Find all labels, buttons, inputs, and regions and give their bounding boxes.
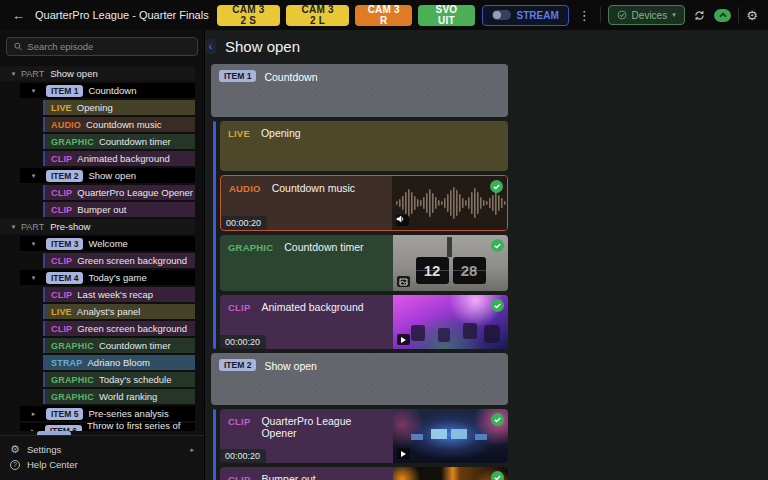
search-input[interactable] bbox=[27, 41, 190, 52]
speaker-icon bbox=[396, 215, 409, 226]
cue-card-header: LIVEOpening bbox=[228, 127, 500, 139]
stream-toggle-button[interactable]: STREAM bbox=[482, 5, 569, 26]
sidebar-cue-row[interactable]: CLIPAnimated background bbox=[43, 151, 195, 166]
sidebar-cue-row[interactable]: CLIPBumper out bbox=[43, 202, 195, 217]
cue-card[interactable]: CLIPBumper out bbox=[220, 467, 508, 480]
sidebar-cue-row[interactable]: CLIPGreen screen background bbox=[43, 321, 195, 336]
devices-button[interactable]: Devices ▾ bbox=[608, 5, 685, 25]
cam-source-button[interactable]: SVO UIT bbox=[418, 5, 474, 26]
ready-check-icon bbox=[491, 471, 504, 480]
cue-card[interactable]: AUDIOCountdown music00:00:20 bbox=[220, 175, 508, 231]
cue-card[interactable]: CLIPQuarterPro League Opener00:00:20 bbox=[220, 409, 508, 463]
item-title: Welcome bbox=[88, 238, 127, 249]
duration-badge: 00:00:20 bbox=[220, 449, 266, 463]
sidebar-item-row[interactable]: ▾ITEM 3Welcome bbox=[20, 236, 195, 251]
search-box[interactable] bbox=[6, 37, 198, 56]
sidebar-cue-row[interactable]: LIVEOpening bbox=[43, 100, 195, 115]
cue-title: Countdown timer bbox=[99, 136, 171, 147]
cue-title: Today's schedule bbox=[99, 374, 172, 385]
chevron-down-icon[interactable]: ▾ bbox=[29, 274, 38, 282]
collapse-panel-icon[interactable]: ‹ bbox=[205, 39, 216, 54]
chevron-down-icon: ▾ bbox=[672, 11, 676, 19]
chevron-down-icon[interactable]: ▾ bbox=[29, 172, 38, 180]
gear-icon[interactable]: ⚙ bbox=[746, 9, 758, 22]
cue-title: Last week's recap bbox=[77, 289, 153, 300]
item-title: Throw to first series of the day bbox=[87, 420, 195, 432]
sidebar-item-row[interactable]: ▾ITEM 1Countdown bbox=[20, 83, 195, 98]
sync-icon[interactable] bbox=[692, 6, 708, 24]
cue-card[interactable]: CLIPAnimated background00:00:20 bbox=[220, 295, 508, 349]
sidebar-cue-row[interactable]: AUDIOCountdown music bbox=[43, 117, 195, 132]
cue-card[interactable]: LIVEOpening bbox=[220, 121, 508, 171]
cue-card-content: CLIPAnimated background00:00:20 bbox=[220, 295, 393, 349]
cue-card-list: ITEM 1CountdownLIVEOpeningAUDIOCountdown… bbox=[205, 62, 508, 480]
sidebar-cue-row[interactable]: CLIPQuarterPro League Opener bbox=[43, 185, 195, 200]
clock-right-digits: 28 bbox=[453, 257, 486, 284]
sidebar-cue-row[interactable]: CLIPLast week's recap bbox=[43, 287, 195, 302]
item-card[interactable]: ITEM 1Countdown bbox=[211, 64, 508, 117]
sidebar-item-row[interactable]: ▸ITEM 6Throw to first series of the day bbox=[20, 423, 195, 431]
cam-button-group: CAM 3 2 SCAM 3 2 LCAM 3 RSVO UIT bbox=[217, 5, 475, 26]
chevron-down-icon[interactable]: ▾ bbox=[9, 70, 18, 78]
gear-icon: ⚙ bbox=[10, 444, 20, 455]
divider bbox=[600, 7, 601, 23]
cam-source-button[interactable]: CAM 3 2 L bbox=[286, 5, 349, 26]
settings-menu-item[interactable]: ⚙ Settings ▸ bbox=[10, 442, 194, 457]
image-icon bbox=[397, 276, 410, 287]
cue-type-label: CLIP bbox=[228, 302, 250, 313]
chevron-down-icon[interactable]: ▾ bbox=[29, 240, 38, 248]
cue-type-label: CLIP bbox=[228, 416, 250, 427]
chevron-right-icon[interactable]: ▸ bbox=[29, 410, 38, 418]
cue-title: Countdown timer bbox=[99, 340, 171, 351]
cue-title: QuarterPro League Opener bbox=[261, 415, 385, 439]
item-card[interactable]: ITEM 2Show open bbox=[211, 353, 508, 405]
stream-status-icon[interactable] bbox=[714, 9, 731, 22]
chevron-down-icon[interactable]: ▾ bbox=[29, 87, 38, 95]
help-center-label: Help Center bbox=[27, 459, 78, 470]
cue-type-label: CLIP bbox=[51, 188, 72, 198]
back-icon[interactable]: ← bbox=[12, 9, 25, 22]
chevron-right-icon[interactable]: ▸ bbox=[29, 427, 37, 432]
cue-type-label: CLIP bbox=[51, 290, 72, 300]
cue-title: Countdown music bbox=[86, 119, 162, 130]
chevron-down-icon[interactable]: ▾ bbox=[9, 223, 18, 231]
cue-card-content: AUDIOCountdown music00:00:20 bbox=[221, 176, 392, 230]
item-number-badge: ITEM 3 bbox=[46, 238, 83, 250]
room-silhouettes bbox=[411, 325, 425, 341]
item-title: Show open bbox=[88, 170, 136, 181]
sidebar-cue-row[interactable]: STRAPAdriano Bloom bbox=[43, 355, 195, 370]
cue-title: Animated background bbox=[261, 301, 363, 313]
overflow-menu-icon[interactable]: ⋮ bbox=[576, 8, 593, 23]
sidebar-cue-row[interactable]: GRAPHICCountdown timer bbox=[43, 134, 195, 149]
item-title: Countdown bbox=[88, 85, 136, 96]
sidebar-cue-row[interactable]: LIVEAnalyst's panel bbox=[43, 304, 195, 319]
cue-type-label: CLIP bbox=[51, 154, 72, 164]
sidebar-part-row[interactable]: ▾PARTPre-show bbox=[0, 219, 195, 234]
sidebar-item-row[interactable]: ▾ITEM 2Show open bbox=[20, 168, 195, 183]
stream-toggle-switch[interactable] bbox=[492, 10, 511, 20]
cue-title: Animated background bbox=[77, 153, 169, 164]
cue-title: Opening bbox=[77, 102, 113, 113]
help-center-menu-item[interactable]: ? Help Center bbox=[10, 457, 194, 472]
sidebar-cue-row[interactable]: GRAPHICToday's schedule bbox=[43, 372, 195, 387]
app-content: ▾PARTShow open▾ITEM 1CountdownLIVEOpenin… bbox=[0, 30, 768, 480]
cue-type-label: GRAPHIC bbox=[51, 392, 94, 402]
sidebar-part-row[interactable]: ▾PARTShow open bbox=[0, 66, 195, 81]
cam-source-button[interactable]: CAM 3 2 S bbox=[217, 5, 280, 26]
divider bbox=[738, 7, 739, 23]
cue-type-label: LIVE bbox=[51, 307, 72, 317]
sidebar-cue-row[interactable]: GRAPHICWorld ranking bbox=[43, 389, 195, 404]
item-cue-group: LIVEOpeningAUDIOCountdown music00:00:20G… bbox=[211, 121, 508, 349]
cue-card[interactable]: GRAPHICCountdown timer1228 bbox=[220, 235, 508, 291]
cam-source-button[interactable]: CAM 3 R bbox=[355, 5, 412, 26]
sidebar-cue-row[interactable]: CLIPGreen screen background bbox=[43, 253, 195, 268]
item-number-badge: ITEM 2 bbox=[219, 359, 256, 371]
toggle-knob bbox=[493, 11, 501, 19]
sidebar-cue-row[interactable]: GRAPHICCountdown timer bbox=[43, 338, 195, 353]
cue-card-header: CLIPQuarterPro League Opener bbox=[228, 415, 385, 439]
stream-label: STREAM bbox=[517, 10, 559, 21]
cue-card-header: AUDIOCountdown music bbox=[229, 182, 384, 194]
item-card-title: Show open bbox=[264, 359, 317, 372]
sidebar-item-row[interactable]: ▾ITEM 4Today's game bbox=[20, 270, 195, 285]
cue-type-label: GRAPHIC bbox=[228, 242, 273, 253]
